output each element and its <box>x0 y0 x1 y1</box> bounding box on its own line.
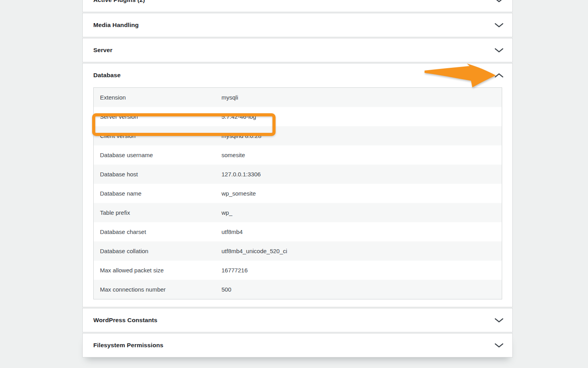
row-value: wp_ <box>221 209 502 216</box>
section-title-active-plugins: Active Plugins (2) <box>93 0 145 4</box>
chevron-down-icon <box>495 48 503 53</box>
database-info-table: Extension mysqli Server version 5.7.42-4… <box>93 87 502 299</box>
section-filesystem-permissions: Filesystem Permissions <box>82 333 513 357</box>
row-value: somesite <box>221 152 502 158</box>
section-header-filesystem-permissions[interactable]: Filesystem Permissions <box>83 334 512 357</box>
section-title-filesystem-permissions: Filesystem Permissions <box>93 342 163 349</box>
row-label: Database collation <box>94 248 221 254</box>
chevron-down-icon <box>495 0 503 2</box>
section-active-plugins: Active Plugins (2) <box>82 0 513 12</box>
row-label: Extension <box>94 94 221 101</box>
row-value: wp_somesite <box>221 190 502 197</box>
chevron-down-icon <box>495 23 503 27</box>
row-value: 127.0.0.1:3306 <box>221 171 502 178</box>
table-row: Database charset utf8mb4 <box>94 222 502 241</box>
table-row: Database name wp_somesite <box>94 184 502 203</box>
table-row: Max allowed packet size 16777216 <box>94 261 502 280</box>
row-label: Table prefix <box>94 209 221 216</box>
table-row: Database collation utf8mb4_unicode_520_c… <box>94 241 502 261</box>
row-label: Database host <box>94 171 221 178</box>
section-media-handling: Media Handling <box>82 13 513 37</box>
section-server: Server <box>82 38 513 62</box>
chevron-down-icon <box>495 318 503 323</box>
table-row: Database host 127.0.0.1:3306 <box>94 165 502 184</box>
row-value: 5.7.42-46-log <box>221 113 502 120</box>
accordion-column: Active Plugins (2) Media Handling Server <box>82 0 513 358</box>
table-row: Extension mysqli <box>94 88 502 107</box>
table-row: Database username somesite <box>94 145 502 165</box>
row-label: Max connections number <box>94 286 221 293</box>
row-label: Server version <box>94 113 221 120</box>
row-label: Client version <box>94 132 221 139</box>
section-header-media-handling[interactable]: Media Handling <box>83 13 512 37</box>
section-title-wordpress-constants: WordPress Constants <box>93 317 158 324</box>
row-value: 500 <box>221 286 502 293</box>
section-wordpress-constants: WordPress Constants <box>82 308 513 332</box>
row-label: Database username <box>94 152 221 158</box>
section-header-active-plugins[interactable]: Active Plugins (2) <box>83 0 512 12</box>
section-header-database[interactable]: Database <box>83 63 512 87</box>
chevron-up-icon <box>495 73 503 78</box>
section-title-server: Server <box>93 47 113 54</box>
table-row: Table prefix wp_ <box>94 203 502 222</box>
row-value: mysqli <box>221 94 502 101</box>
section-title-database: Database <box>93 72 121 79</box>
section-header-server[interactable]: Server <box>83 38 512 62</box>
row-value: mysqlnd 8.0.28 <box>221 132 502 139</box>
table-row: Server version 5.7.42-46-log <box>94 107 502 126</box>
row-label: Max allowed packet size <box>94 267 221 274</box>
row-value: 16777216 <box>221 267 502 274</box>
table-row: Client version mysqlnd 8.0.28 <box>94 126 502 145</box>
chevron-down-icon <box>495 343 503 348</box>
row-label: Database name <box>94 190 221 197</box>
section-header-wordpress-constants[interactable]: WordPress Constants <box>83 308 512 332</box>
section-database: Database Extension mysqli Server version… <box>82 63 513 307</box>
section-title-media-handling: Media Handling <box>93 22 139 29</box>
site-health-info-page: Active Plugins (2) Media Handling Server <box>0 0 588 368</box>
table-row: Max connections number 500 <box>94 280 502 299</box>
row-label: Database charset <box>94 228 221 235</box>
row-value: utf8mb4 <box>221 228 502 235</box>
row-value: utf8mb4_unicode_520_ci <box>221 248 502 254</box>
